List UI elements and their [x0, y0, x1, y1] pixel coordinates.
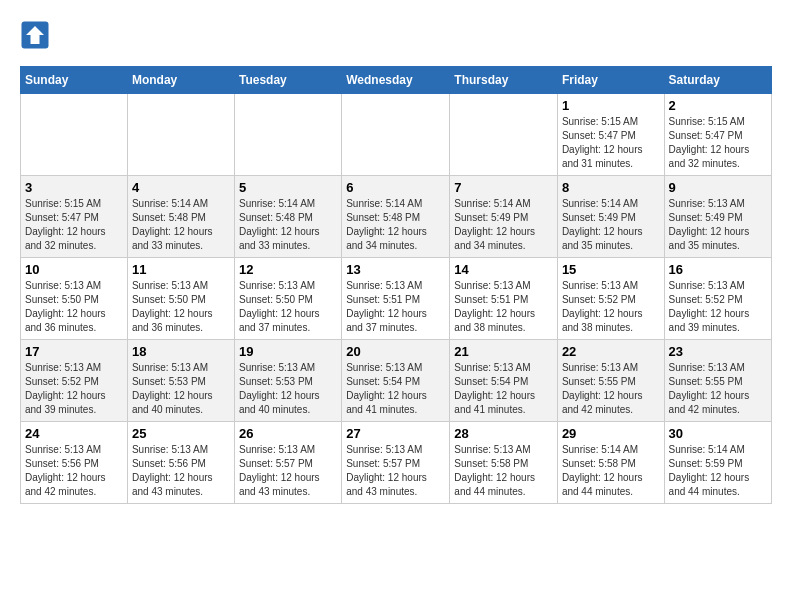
- day-info: Sunrise: 5:13 AM Sunset: 5:56 PM Dayligh…: [25, 443, 123, 499]
- calendar-week-3: 10Sunrise: 5:13 AM Sunset: 5:50 PM Dayli…: [21, 258, 772, 340]
- day-info: Sunrise: 5:13 AM Sunset: 5:52 PM Dayligh…: [669, 279, 767, 335]
- calendar-cell: 13Sunrise: 5:13 AM Sunset: 5:51 PM Dayli…: [342, 258, 450, 340]
- calendar-cell: 25Sunrise: 5:13 AM Sunset: 5:56 PM Dayli…: [127, 422, 234, 504]
- logo-icon: [20, 20, 50, 50]
- day-info: Sunrise: 5:13 AM Sunset: 5:52 PM Dayligh…: [25, 361, 123, 417]
- day-number: 27: [346, 426, 445, 441]
- day-number: 4: [132, 180, 230, 195]
- day-number: 20: [346, 344, 445, 359]
- calendar-cell: 26Sunrise: 5:13 AM Sunset: 5:57 PM Dayli…: [235, 422, 342, 504]
- calendar-cell: 21Sunrise: 5:13 AM Sunset: 5:54 PM Dayli…: [450, 340, 558, 422]
- calendar-cell: [342, 94, 450, 176]
- day-info: Sunrise: 5:13 AM Sunset: 5:54 PM Dayligh…: [454, 361, 553, 417]
- page-header: [20, 20, 772, 50]
- day-info: Sunrise: 5:13 AM Sunset: 5:49 PM Dayligh…: [669, 197, 767, 253]
- day-number: 25: [132, 426, 230, 441]
- day-number: 17: [25, 344, 123, 359]
- day-header-tuesday: Tuesday: [235, 67, 342, 94]
- calendar-cell: 20Sunrise: 5:13 AM Sunset: 5:54 PM Dayli…: [342, 340, 450, 422]
- day-number: 12: [239, 262, 337, 277]
- calendar-cell: 16Sunrise: 5:13 AM Sunset: 5:52 PM Dayli…: [664, 258, 771, 340]
- day-number: 15: [562, 262, 660, 277]
- day-info: Sunrise: 5:13 AM Sunset: 5:56 PM Dayligh…: [132, 443, 230, 499]
- calendar-cell: [450, 94, 558, 176]
- calendar-table: SundayMondayTuesdayWednesdayThursdayFrid…: [20, 66, 772, 504]
- logo: [20, 20, 54, 50]
- calendar-week-4: 17Sunrise: 5:13 AM Sunset: 5:52 PM Dayli…: [21, 340, 772, 422]
- day-number: 30: [669, 426, 767, 441]
- calendar-cell: 10Sunrise: 5:13 AM Sunset: 5:50 PM Dayli…: [21, 258, 128, 340]
- day-number: 28: [454, 426, 553, 441]
- calendar-cell: 5Sunrise: 5:14 AM Sunset: 5:48 PM Daylig…: [235, 176, 342, 258]
- day-number: 1: [562, 98, 660, 113]
- calendar-cell: 28Sunrise: 5:13 AM Sunset: 5:58 PM Dayli…: [450, 422, 558, 504]
- calendar-cell: [21, 94, 128, 176]
- calendar-cell: 1Sunrise: 5:15 AM Sunset: 5:47 PM Daylig…: [557, 94, 664, 176]
- day-info: Sunrise: 5:15 AM Sunset: 5:47 PM Dayligh…: [562, 115, 660, 171]
- day-number: 24: [25, 426, 123, 441]
- calendar-cell: 2Sunrise: 5:15 AM Sunset: 5:47 PM Daylig…: [664, 94, 771, 176]
- calendar-cell: 19Sunrise: 5:13 AM Sunset: 5:53 PM Dayli…: [235, 340, 342, 422]
- calendar-cell: 4Sunrise: 5:14 AM Sunset: 5:48 PM Daylig…: [127, 176, 234, 258]
- calendar-cell: 23Sunrise: 5:13 AM Sunset: 5:55 PM Dayli…: [664, 340, 771, 422]
- day-header-wednesday: Wednesday: [342, 67, 450, 94]
- day-header-sunday: Sunday: [21, 67, 128, 94]
- calendar-header: SundayMondayTuesdayWednesdayThursdayFrid…: [21, 67, 772, 94]
- day-number: 26: [239, 426, 337, 441]
- calendar-cell: 3Sunrise: 5:15 AM Sunset: 5:47 PM Daylig…: [21, 176, 128, 258]
- day-info: Sunrise: 5:14 AM Sunset: 5:48 PM Dayligh…: [132, 197, 230, 253]
- calendar-cell: 24Sunrise: 5:13 AM Sunset: 5:56 PM Dayli…: [21, 422, 128, 504]
- day-header-monday: Monday: [127, 67, 234, 94]
- day-info: Sunrise: 5:13 AM Sunset: 5:53 PM Dayligh…: [239, 361, 337, 417]
- day-number: 23: [669, 344, 767, 359]
- day-info: Sunrise: 5:14 AM Sunset: 5:59 PM Dayligh…: [669, 443, 767, 499]
- calendar-week-1: 1Sunrise: 5:15 AM Sunset: 5:47 PM Daylig…: [21, 94, 772, 176]
- calendar-week-2: 3Sunrise: 5:15 AM Sunset: 5:47 PM Daylig…: [21, 176, 772, 258]
- day-number: 3: [25, 180, 123, 195]
- day-number: 6: [346, 180, 445, 195]
- calendar-cell: 8Sunrise: 5:14 AM Sunset: 5:49 PM Daylig…: [557, 176, 664, 258]
- day-number: 8: [562, 180, 660, 195]
- day-info: Sunrise: 5:13 AM Sunset: 5:50 PM Dayligh…: [25, 279, 123, 335]
- day-number: 18: [132, 344, 230, 359]
- day-info: Sunrise: 5:14 AM Sunset: 5:58 PM Dayligh…: [562, 443, 660, 499]
- day-number: 2: [669, 98, 767, 113]
- day-number: 14: [454, 262, 553, 277]
- calendar-cell: [127, 94, 234, 176]
- calendar-cell: 17Sunrise: 5:13 AM Sunset: 5:52 PM Dayli…: [21, 340, 128, 422]
- day-number: 16: [669, 262, 767, 277]
- calendar-cell: 29Sunrise: 5:14 AM Sunset: 5:58 PM Dayli…: [557, 422, 664, 504]
- day-number: 7: [454, 180, 553, 195]
- day-info: Sunrise: 5:13 AM Sunset: 5:51 PM Dayligh…: [346, 279, 445, 335]
- day-number: 22: [562, 344, 660, 359]
- day-info: Sunrise: 5:13 AM Sunset: 5:52 PM Dayligh…: [562, 279, 660, 335]
- day-number: 9: [669, 180, 767, 195]
- day-info: Sunrise: 5:14 AM Sunset: 5:49 PM Dayligh…: [454, 197, 553, 253]
- calendar-cell: 12Sunrise: 5:13 AM Sunset: 5:50 PM Dayli…: [235, 258, 342, 340]
- day-info: Sunrise: 5:13 AM Sunset: 5:50 PM Dayligh…: [132, 279, 230, 335]
- day-info: Sunrise: 5:14 AM Sunset: 5:48 PM Dayligh…: [239, 197, 337, 253]
- day-info: Sunrise: 5:13 AM Sunset: 5:57 PM Dayligh…: [346, 443, 445, 499]
- calendar-cell: 22Sunrise: 5:13 AM Sunset: 5:55 PM Dayli…: [557, 340, 664, 422]
- day-header-friday: Friday: [557, 67, 664, 94]
- day-info: Sunrise: 5:13 AM Sunset: 5:55 PM Dayligh…: [562, 361, 660, 417]
- calendar-cell: [235, 94, 342, 176]
- day-info: Sunrise: 5:13 AM Sunset: 5:58 PM Dayligh…: [454, 443, 553, 499]
- day-info: Sunrise: 5:14 AM Sunset: 5:48 PM Dayligh…: [346, 197, 445, 253]
- calendar-cell: 6Sunrise: 5:14 AM Sunset: 5:48 PM Daylig…: [342, 176, 450, 258]
- day-info: Sunrise: 5:13 AM Sunset: 5:54 PM Dayligh…: [346, 361, 445, 417]
- day-info: Sunrise: 5:14 AM Sunset: 5:49 PM Dayligh…: [562, 197, 660, 253]
- day-number: 5: [239, 180, 337, 195]
- day-number: 19: [239, 344, 337, 359]
- calendar-cell: 27Sunrise: 5:13 AM Sunset: 5:57 PM Dayli…: [342, 422, 450, 504]
- calendar-cell: 14Sunrise: 5:13 AM Sunset: 5:51 PM Dayli…: [450, 258, 558, 340]
- calendar-cell: 9Sunrise: 5:13 AM Sunset: 5:49 PM Daylig…: [664, 176, 771, 258]
- day-info: Sunrise: 5:13 AM Sunset: 5:57 PM Dayligh…: [239, 443, 337, 499]
- calendar-cell: 15Sunrise: 5:13 AM Sunset: 5:52 PM Dayli…: [557, 258, 664, 340]
- day-info: Sunrise: 5:13 AM Sunset: 5:53 PM Dayligh…: [132, 361, 230, 417]
- day-number: 10: [25, 262, 123, 277]
- day-header-saturday: Saturday: [664, 67, 771, 94]
- day-info: Sunrise: 5:13 AM Sunset: 5:55 PM Dayligh…: [669, 361, 767, 417]
- calendar-week-5: 24Sunrise: 5:13 AM Sunset: 5:56 PM Dayli…: [21, 422, 772, 504]
- day-info: Sunrise: 5:15 AM Sunset: 5:47 PM Dayligh…: [669, 115, 767, 171]
